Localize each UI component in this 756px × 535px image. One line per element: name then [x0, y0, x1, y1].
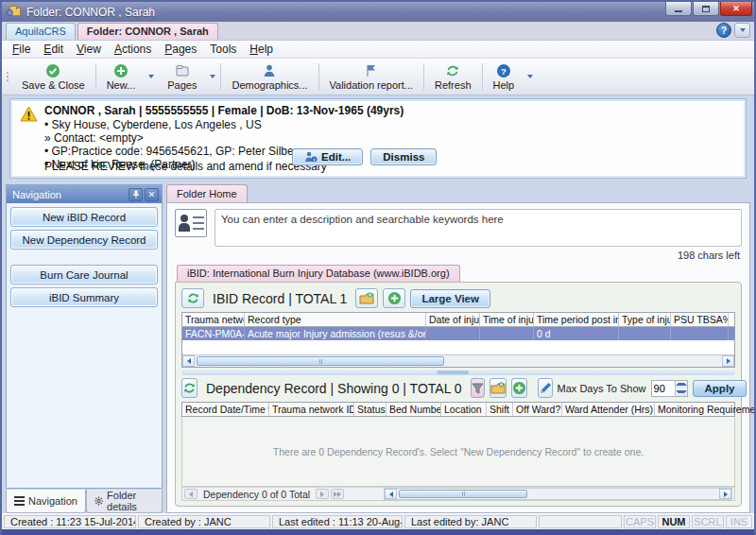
close-panel-button[interactable]: ✕ [145, 188, 159, 201]
tab-aquilacrs[interactable]: AquilaCRS [6, 23, 76, 40]
scroll-right-arrow[interactable] [722, 355, 734, 367]
maximize-button[interactable] [693, 2, 719, 16]
menu-tools[interactable]: Tools [203, 42, 243, 57]
dependency-horizontal-scrollbar[interactable] [384, 488, 732, 500]
chevron-down-icon [148, 75, 154, 78]
pager-next-button[interactable] [316, 489, 329, 499]
column-header[interactable]: Time of injury [480, 313, 534, 326]
help-button[interactable]: ? Help [484, 60, 524, 93]
ibid-summary-button[interactable]: iBID Summary [10, 287, 158, 307]
column-header[interactable]: Record Date/Time▽ [182, 403, 269, 416]
minimize-button[interactable] [665, 2, 692, 16]
dependency-open-button[interactable] [490, 378, 507, 398]
dependency-filter-button[interactable] [471, 378, 485, 398]
plus-circle-icon [512, 381, 526, 395]
menu-actions[interactable]: Actions [108, 42, 158, 57]
pager-prev-button[interactable] [184, 489, 198, 499]
chevron-down-icon [740, 28, 746, 32]
column-header[interactable]: Ward Attender (Hrs) [562, 403, 655, 416]
dependency-title: Dependency Record | Showing 0 | TOTAL 0 [206, 381, 462, 396]
column-header[interactable]: Trauma network ID [182, 313, 245, 326]
column-header[interactable]: Off Ward? [513, 403, 562, 416]
title-bar: Folder: CONNOR , Sarah ✕ [2, 2, 754, 22]
column-header[interactable]: Time period post injury [534, 313, 619, 326]
tab-folder-details[interactable]: Folder details [86, 490, 163, 513]
arrow-right-icon [337, 492, 341, 497]
table-row-selected[interactable]: FACN-PM0A-IOYU Acute major Injury admiss… [182, 327, 734, 340]
status-spacer [539, 515, 622, 528]
folder-user-icon [7, 6, 22, 18]
help-dropdown-arrow[interactable] [524, 60, 537, 93]
tab-navigation[interactable]: Navigation [6, 490, 86, 513]
apply-button[interactable]: Apply [693, 380, 747, 397]
menu-edit[interactable]: Edit [37, 42, 70, 57]
column-header[interactable]: Trauma network ID [269, 403, 354, 416]
save-close-button[interactable]: Save & Close [12, 60, 94, 93]
menu-file[interactable]: File [6, 42, 37, 57]
flag-icon [364, 63, 379, 78]
close-button[interactable]: ✕ [720, 2, 752, 16]
large-view-button[interactable]: Large View [410, 289, 490, 308]
dependency-add-button[interactable] [511, 378, 527, 398]
ibid-add-button[interactable] [383, 288, 405, 308]
dependency-edit-button[interactable] [538, 378, 553, 398]
pages-button[interactable]: Pages [158, 60, 206, 93]
tab-folder-home[interactable]: Folder Home [166, 184, 248, 202]
pages-dropdown-arrow[interactable] [206, 60, 219, 93]
help-circle-icon[interactable]: ? [716, 23, 731, 38]
demographics-button[interactable]: Demographics... [222, 60, 317, 93]
dependency-pager: Dependency 0 of 0 Total [181, 487, 735, 501]
scroll-left-arrow[interactable] [385, 489, 397, 499]
pin-button[interactable] [129, 188, 143, 201]
new-dependency-record-button[interactable]: New Dependency Record [10, 230, 158, 250]
ibid-record-table: Trauma network ID Record type Date of in… [181, 312, 735, 368]
menu-view[interactable]: View [70, 42, 108, 57]
status-last-edited-by: Last edited by: JANC [404, 515, 537, 528]
scroll-left-arrow[interactable] [182, 355, 195, 367]
column-header[interactable]: Type of injury [619, 313, 671, 326]
spin-up-button[interactable] [676, 381, 687, 388]
new-button[interactable]: New... [97, 60, 146, 93]
dependency-header: Dependency Record | Showing 0 | TOTAL 0 [181, 377, 735, 402]
new-ibid-record-button[interactable]: New iBID Record [10, 207, 158, 227]
toolbar-grip[interactable] [4, 60, 10, 93]
spin-down-button[interactable] [676, 388, 687, 396]
column-header[interactable]: Bed Number [387, 403, 441, 416]
ibid-refresh-button[interactable] [181, 288, 204, 308]
column-header[interactable]: Record type [245, 313, 426, 326]
column-header[interactable]: Date of injury [426, 313, 480, 326]
burn-care-journal-button[interactable]: Burn Care Journal [10, 265, 158, 285]
scrollbar-thumb[interactable] [197, 356, 444, 366]
warning-icon [20, 106, 38, 122]
dismiss-button[interactable]: Dismiss [370, 148, 437, 165]
splitter-handle[interactable] [181, 370, 735, 375]
validation-report-button[interactable]: Validation report... [320, 60, 422, 93]
scroll-right-arrow[interactable] [719, 489, 731, 499]
ibid-horizontal-scrollbar[interactable] [182, 354, 734, 367]
svg-text:?: ? [501, 65, 507, 76]
close-icon: ✕ [148, 190, 156, 199]
status-bar: Created : 11:23 15-Jul-2014 Created by :… [2, 513, 754, 529]
edit-button[interactable]: i Edit... [292, 148, 363, 165]
max-days-input[interactable] [652, 381, 675, 396]
column-header[interactable]: PSU TBSA% [671, 313, 729, 326]
tab-ibid-database[interactable]: iBID: International Burn Injury Database… [177, 265, 460, 282]
menu-help[interactable]: Help [243, 42, 280, 57]
pager-last-button[interactable] [331, 489, 344, 499]
new-dropdown-arrow[interactable] [145, 60, 158, 93]
column-header[interactable]: Location [441, 403, 487, 416]
dependency-refresh-button[interactable] [181, 378, 198, 398]
chevron-down-button[interactable] [734, 23, 750, 38]
column-header[interactable]: Monitoring Requirement [655, 403, 756, 416]
refresh-button[interactable]: Refresh [425, 60, 481, 93]
tab-folder-connor-sarah[interactable]: Folder: CONNOR , Sarah [77, 23, 218, 40]
description-input[interactable] [215, 209, 742, 247]
ibid-open-button[interactable] [355, 288, 378, 308]
folder-home-panel: 198 chars left iBID: International Burn … [166, 202, 750, 513]
menu-pages[interactable]: Pages [158, 42, 203, 57]
navigation-panel: Navigation ✕ New iBID Record New Depende… [6, 184, 163, 489]
column-header[interactable]: Status [354, 403, 387, 416]
column-header[interactable]: Shift [487, 403, 513, 416]
scrollbar-thumb[interactable] [399, 490, 527, 498]
window-title: Folder: CONNOR , Sarah [26, 6, 665, 19]
